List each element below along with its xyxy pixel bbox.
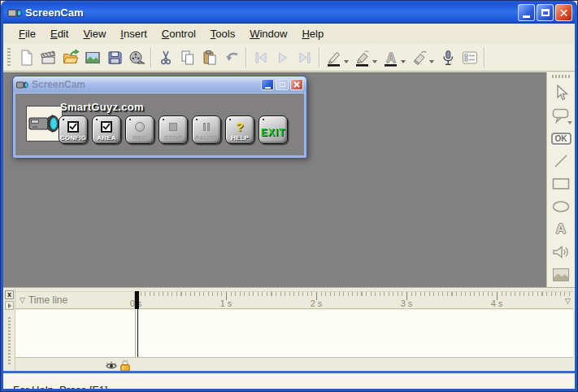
menu-bar: File Edit View Insert Control Tools Wind… <box>3 24 575 44</box>
status-text: For Help, Press [F1] <box>13 384 107 392</box>
window-title: ScreenCam <box>25 7 84 19</box>
callout-dropdown-icon <box>567 121 572 124</box>
audio-tool-icon[interactable] <box>549 242 573 263</box>
screencam-window: ScreenCam ✕ File Edit View Insert Contro… <box>0 0 578 392</box>
floating-minimize-button[interactable] <box>261 79 274 90</box>
save-icon[interactable] <box>103 46 125 68</box>
visibility-eye-icon[interactable] <box>105 359 118 371</box>
menu-window[interactable]: Window <box>242 25 294 42</box>
timeline-track-area[interactable] <box>15 310 573 357</box>
menu-file[interactable]: File <box>11 25 43 42</box>
text-tool-icon[interactable]: A <box>380 46 402 68</box>
title-bar: ScreenCam ✕ <box>2 2 576 24</box>
exit-label: EXIT <box>261 124 286 142</box>
close-icon: ✕ <box>293 81 300 89</box>
clapperboard-icon[interactable] <box>37 46 59 68</box>
timeline-label: Time line <box>28 294 67 306</box>
menu-help[interactable]: Help <box>294 25 331 42</box>
playhead[interactable] <box>135 291 139 309</box>
pause-icon <box>203 123 210 131</box>
menu-control[interactable]: Control <box>154 25 203 42</box>
floating-camera-icon <box>16 81 28 89</box>
menu-edit[interactable]: Edit <box>43 25 76 42</box>
maximize-icon <box>280 82 285 87</box>
toolbar-grip[interactable] <box>7 48 11 68</box>
cut-icon[interactable] <box>154 46 176 68</box>
eraser-tool-icon[interactable] <box>408 46 430 68</box>
rectangle-tool-icon[interactable] <box>549 173 573 194</box>
lock-icon[interactable] <box>120 359 131 372</box>
menu-tools[interactable]: Tools <box>203 25 242 42</box>
stop-label: STOP <box>164 134 182 142</box>
close-icon: ✕ <box>559 7 569 19</box>
highlighter-dropdown-icon[interactable] <box>372 60 377 63</box>
question-mark-icon: ? <box>236 121 243 133</box>
button-tool[interactable]: OK <box>549 128 573 149</box>
timeline-close-button[interactable]: x <box>5 290 14 299</box>
text-tool-icon[interactable]: A <box>549 219 573 240</box>
next-frame-icon[interactable] <box>293 46 315 68</box>
minimize-button[interactable] <box>518 4 535 21</box>
screencam-control-window: ScreenCam ✕ SmartGuyz.com <box>12 76 307 158</box>
timeline-expand-button[interactable] <box>5 301 14 310</box>
timeline-grip[interactable] <box>8 317 11 364</box>
record-icon <box>135 122 145 132</box>
brand-text: SmartGuyz.com <box>60 101 144 113</box>
config-button[interactable]: CONFIG <box>59 115 88 144</box>
callout-tool-icon[interactable] <box>549 105 573 126</box>
eraser-dropdown-icon[interactable] <box>429 60 434 63</box>
object-toolbar: OK A <box>546 72 575 287</box>
chevron-right-icon <box>8 303 11 308</box>
toolbar-separator <box>150 47 151 68</box>
toolbar-separator <box>246 47 246 68</box>
floating-title-bar[interactable]: ScreenCam ✕ <box>13 76 306 93</box>
image-icon[interactable] <box>81 46 103 68</box>
sidebar-grip[interactable] <box>552 75 570 78</box>
menu-insert[interactable]: Insert <box>113 25 154 42</box>
copy-icon[interactable] <box>176 46 198 68</box>
options-icon[interactable] <box>458 46 480 68</box>
maximize-icon <box>541 9 550 16</box>
cursor-tool-icon[interactable] <box>549 82 573 103</box>
floating-window-body: SmartGuyz.com CONFIG AREA REC <box>13 93 306 158</box>
undo-icon[interactable] <box>220 46 242 68</box>
collapse-triangle-icon[interactable]: ▽ <box>20 296 25 304</box>
menu-view[interactable]: View <box>76 25 113 42</box>
line-tool-icon[interactable] <box>549 150 573 172</box>
paste-icon[interactable] <box>198 46 220 68</box>
timeline-footer <box>15 357 573 372</box>
area-label: AREA <box>97 134 115 142</box>
pencil-tool-icon[interactable] <box>323 46 345 68</box>
highlighter-tool-icon[interactable] <box>351 46 373 68</box>
ellipse-tool-icon[interactable] <box>549 196 573 217</box>
text-a-icon: A <box>556 221 566 237</box>
help-button[interactable]: ? HELP <box>225 115 254 144</box>
exit-button[interactable]: EXIT <box>259 115 288 144</box>
camera-logo-box <box>26 106 63 142</box>
maximize-button[interactable] <box>537 4 554 21</box>
floating-close-button[interactable]: ✕ <box>290 79 303 90</box>
new-icon[interactable] <box>15 46 37 68</box>
previous-frame-icon[interactable] <box>250 46 272 68</box>
pause-label: PAUSE <box>195 134 218 142</box>
microphone-icon[interactable] <box>437 46 458 68</box>
help-label: HELP <box>231 134 249 142</box>
film-reel-icon[interactable] <box>125 46 147 68</box>
checkbox-checked-icon <box>101 121 112 133</box>
checkbox-checked-icon <box>67 121 79 133</box>
text-dropdown-icon[interactable] <box>401 60 406 63</box>
ok-button-icon: OK <box>551 133 571 145</box>
play-icon[interactable] <box>272 46 293 68</box>
ruler-dropdown-icon[interactable]: ▽ <box>565 297 571 305</box>
timeline-ruler[interactable]: 0 s 1 s 2 s 3 s 4 s ▽ <box>135 292 573 308</box>
area-button[interactable]: AREA <box>92 115 121 144</box>
track-column-separator <box>135 310 136 357</box>
pencil-dropdown-icon[interactable] <box>344 60 349 63</box>
rec-label: REC <box>133 134 147 142</box>
open-folder-icon[interactable] <box>59 46 81 68</box>
toolbar-separator <box>319 47 319 68</box>
status-bar: For Help, Press [F1] <box>3 373 575 392</box>
image-tool-icon[interactable] <box>549 264 573 285</box>
close-button[interactable]: ✕ <box>555 4 572 21</box>
timeline-edge-strip: x <box>3 288 15 371</box>
